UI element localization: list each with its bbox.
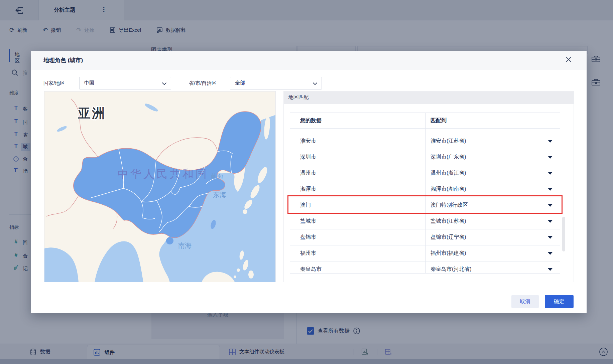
province-value: 全部 (235, 80, 245, 86)
table-row: 盘锦市 盘锦市(辽宁省) (290, 229, 560, 245)
table-header-row: 您的数据 匹配到 (290, 113, 560, 129)
match-value: 盘锦市(辽宁省) (431, 234, 466, 241)
region-match-panel: 地区匹配 您的数据 匹配到 淮安市 淮安市(江苏省) 深圳市 深圳市(广东省) (283, 91, 574, 282)
source-cell: 深圳市 (290, 149, 426, 165)
match-value: 福州市(福建省) (431, 250, 466, 257)
dropdown-arrow-icon (548, 204, 553, 207)
continent-label: 亚洲 (78, 106, 106, 120)
province-label: 省/市/自治区 (189, 80, 217, 86)
chevron-down-icon (162, 82, 167, 85)
source-cell: 秦皇岛市 (290, 261, 426, 274)
dropdown-arrow-icon (548, 172, 553, 175)
geo-role-dialog: 地理角色 (城市) 国家/地区 中国 省/市/自治区 全部 (31, 51, 587, 313)
dropdown-arrow-icon (548, 156, 553, 159)
confirm-button[interactable]: 确定 (545, 295, 574, 308)
table-row: 深圳市 深圳市(广东省) (290, 149, 560, 165)
dropdown-arrow-icon (548, 220, 553, 223)
column-header-matched: 匹配到 (426, 113, 560, 128)
match-dropdown[interactable]: 淮安市(江苏省) (426, 133, 560, 149)
table-row: 温州市 温州市(浙江省) (290, 165, 560, 181)
country-select[interactable]: 中国 (79, 77, 171, 89)
sea-label-yellow-sea: 黄海 (210, 172, 224, 180)
table-row: 福州市 福州市(福建省) (290, 245, 560, 261)
source-cell: 盘锦市 (290, 229, 426, 245)
dialog-header: 地理角色 (城市) (31, 51, 587, 70)
column-header-source: 您的数据 (290, 113, 426, 128)
match-dropdown[interactable]: 湘潭市(湖南省) (426, 181, 560, 197)
dialog-title: 地理角色 (城市) (43, 51, 83, 70)
source-cell: 澳门 (290, 197, 426, 213)
match-value: 湘潭市(湖南省) (431, 186, 466, 193)
match-dropdown[interactable]: 澳门特别行政区 (426, 197, 560, 213)
match-value: 深圳市(广东省) (431, 154, 466, 161)
table-row: 湘潭市 湘潭市(湖南省) (290, 181, 560, 197)
source-cell: 湘潭市 (290, 181, 426, 197)
source-cell: 温州市 (290, 165, 426, 181)
dropdown-arrow-icon (548, 188, 553, 191)
match-dropdown[interactable]: 秦皇岛市(河北省) (426, 261, 560, 274)
dropdown-arrow-icon (548, 140, 553, 143)
match-table: 您的数据 匹配到 淮安市 淮安市(江苏省) 深圳市 深圳市(广东省) 温州市 温… (290, 113, 560, 274)
asia-map: 亚洲 中华人民共和国 黄海 东海 南海 (44, 92, 276, 282)
country-value: 中国 (84, 80, 94, 86)
table-row-partial (290, 129, 560, 133)
source-cell: 盐城市 (290, 213, 426, 229)
match-value: 温州市(浙江省) (431, 170, 466, 177)
app-screen: 分析主题 ⋮ ⟳ 刷新 ↶ 撤销 ↷ 还原 导出Excel (0, 0, 613, 364)
chevron-down-icon (313, 82, 318, 85)
match-value: 淮安市(江苏省) (431, 138, 466, 145)
close-icon[interactable] (565, 56, 574, 65)
sea-label-east-china-sea: 东海 (213, 191, 226, 198)
match-value: 秦皇岛市(河北省) (431, 266, 472, 273)
match-value: 澳门特别行政区 (431, 202, 468, 209)
source-cell: 福州市 (290, 245, 426, 261)
table-row-highlighted: 澳门 澳门特别行政区 (290, 197, 560, 213)
source-cell: 淮安市 (290, 133, 426, 149)
country-watermark: 中华人民共和国 (117, 168, 209, 180)
match-dropdown[interactable]: 深圳市(广东省) (426, 149, 560, 165)
match-dropdown[interactable]: 福州市(福建省) (426, 245, 560, 261)
sea-label-south-china-sea: 南海 (178, 242, 192, 249)
match-dropdown[interactable]: 温州市(浙江省) (426, 165, 560, 181)
table-row: 秦皇岛市 秦皇岛市(河北省) (290, 261, 560, 274)
region-match-header: 地区匹配 (284, 92, 574, 104)
table-scrollbar[interactable] (562, 217, 565, 251)
match-value: 盐城市(江苏省) (431, 218, 466, 225)
dropdown-arrow-icon (548, 268, 553, 271)
country-label: 国家/地区 (43, 80, 65, 86)
asia-map-preview: 亚洲 中华人民共和国 黄海 东海 南海 (44, 91, 276, 282)
cancel-button[interactable]: 取消 (511, 295, 539, 308)
match-dropdown[interactable]: 盐城市(江苏省) (426, 213, 560, 229)
table-row: 盐城市 盐城市(江苏省) (290, 213, 560, 229)
dropdown-arrow-icon (548, 252, 553, 255)
match-dropdown[interactable]: 盘锦市(辽宁省) (426, 229, 560, 245)
dropdown-arrow-icon (548, 236, 553, 239)
table-row: 淮安市 淮安市(江苏省) (290, 133, 560, 149)
province-select[interactable]: 全部 (230, 77, 322, 89)
region-match-title: 地区匹配 (288, 94, 309, 101)
